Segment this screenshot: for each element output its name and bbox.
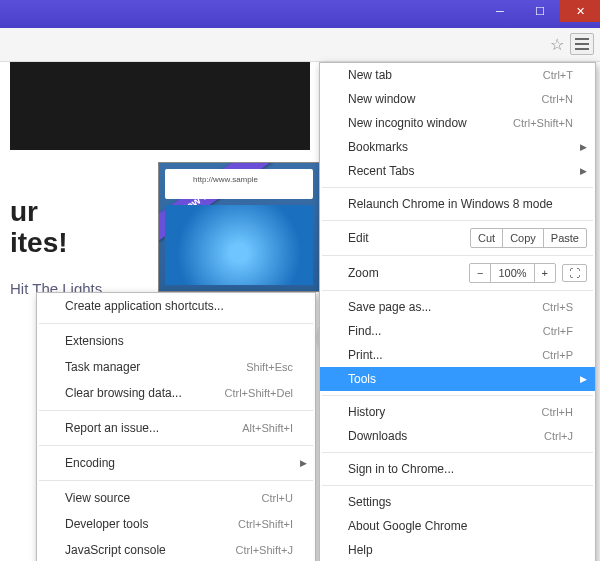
menu-about[interactable]: About Google Chrome <box>320 514 595 538</box>
menu-edit-label: Edit <box>348 231 470 245</box>
menu-history[interactable]: HistoryCtrl+H <box>320 400 595 424</box>
close-button[interactable]: ✕ <box>560 0 600 22</box>
menu-print[interactable]: Print...Ctrl+P <box>320 343 595 367</box>
submenu-create-shortcuts[interactable]: Create application shortcuts... <box>37 293 315 319</box>
thumb-addrbar <box>165 169 313 199</box>
menu-edit-row: Edit Cut Copy Paste <box>320 225 595 251</box>
zoom-value: 100% <box>490 264 533 282</box>
menu-new-tab[interactable]: New tabCtrl+T <box>320 63 595 87</box>
promo-thumbnail: New Feature! http://www.sample <box>158 162 320 292</box>
menu-zoom-row: Zoom − 100% + ⛶ <box>320 260 595 286</box>
submenu-view-source[interactable]: View sourceCtrl+U <box>37 485 315 511</box>
submenu-encoding[interactable]: Encoding▶ <box>37 450 315 476</box>
menu-incognito[interactable]: New incognito windowCtrl+Shift+N <box>320 111 595 135</box>
menu-help[interactable]: Help <box>320 538 595 561</box>
submenu-dev-tools[interactable]: Developer toolsCtrl+Shift+I <box>37 511 315 537</box>
edit-paste-button[interactable]: Paste <box>543 229 586 247</box>
fullscreen-button[interactable]: ⛶ <box>562 264 587 282</box>
menu-relaunch-win8[interactable]: Relaunch Chrome in Windows 8 mode <box>320 192 595 216</box>
edit-copy-button[interactable]: Copy <box>502 229 543 247</box>
chevron-right-icon: ▶ <box>300 458 307 468</box>
menu-find[interactable]: Find...Ctrl+F <box>320 319 595 343</box>
menu-downloads[interactable]: DownloadsCtrl+J <box>320 424 595 448</box>
tools-submenu: Create application shortcuts... Extensio… <box>36 292 316 561</box>
menu-bookmarks[interactable]: Bookmarks▶ <box>320 135 595 159</box>
promo-heading: ur ites! <box>10 197 68 259</box>
chevron-right-icon: ▶ <box>580 374 587 384</box>
submenu-task-manager[interactable]: Task managerShift+Esc <box>37 354 315 380</box>
page-header-dark <box>10 62 310 150</box>
chevron-right-icon: ▶ <box>580 142 587 152</box>
edit-cut-button[interactable]: Cut <box>471 229 502 247</box>
submenu-report-issue[interactable]: Report an issue...Alt+Shift+I <box>37 415 315 441</box>
menu-save-page[interactable]: Save page as...Ctrl+S <box>320 295 595 319</box>
thumb-body <box>165 205 313 285</box>
maximize-button[interactable]: ☐ <box>520 0 560 22</box>
menu-settings[interactable]: Settings <box>320 490 595 514</box>
submenu-js-console[interactable]: JavaScript consoleCtrl+Shift+J <box>37 537 315 561</box>
menu-tools[interactable]: Tools▶ <box>320 367 595 391</box>
menu-recent-tabs[interactable]: Recent Tabs▶ <box>320 159 595 183</box>
browser-toolbar: ☆ <box>0 28 600 62</box>
zoom-out-button[interactable]: − <box>470 264 490 282</box>
bookmark-star-icon[interactable]: ☆ <box>550 35 564 54</box>
submenu-clear-data[interactable]: Clear browsing data...Ctrl+Shift+Del <box>37 380 315 406</box>
menu-signin[interactable]: Sign in to Chrome... <box>320 457 595 481</box>
submenu-extensions[interactable]: Extensions <box>37 328 315 354</box>
thumb-url: http://www.sample <box>193 175 258 184</box>
minimize-button[interactable]: ─ <box>480 0 520 22</box>
chevron-right-icon: ▶ <box>580 166 587 176</box>
zoom-in-button[interactable]: + <box>534 264 555 282</box>
menu-zoom-label: Zoom <box>348 266 463 280</box>
window-titlebar: ─ ☐ ✕ <box>0 0 600 28</box>
menu-button[interactable] <box>570 33 594 55</box>
menu-new-window[interactable]: New windowCtrl+N <box>320 87 595 111</box>
chrome-menu: New tabCtrl+T New windowCtrl+N New incog… <box>319 62 596 561</box>
